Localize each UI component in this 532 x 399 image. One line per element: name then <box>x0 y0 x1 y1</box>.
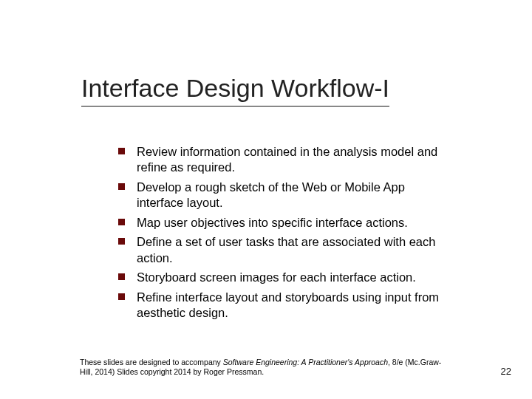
footer-prefix: These slides are designed to accompany <box>80 358 223 366</box>
slide-title: Interface Design Workflow-I <box>81 74 389 107</box>
square-bullet-icon <box>118 219 125 225</box>
list-item: Storyboard screen images for each interf… <box>118 270 443 285</box>
list-item: Review information contained in the anal… <box>118 144 443 176</box>
list-item-text: Develop a rough sketch of the Web or Mob… <box>137 180 443 211</box>
list-item-text: Define a set of user tasks that are asso… <box>137 234 443 266</box>
list-item-text: Storyboard screen images for each interf… <box>137 270 443 285</box>
list-item-text: Review information contained in the anal… <box>137 144 443 176</box>
list-item-text: Refine interface layout and storyboards … <box>137 290 443 321</box>
page-number: 22 <box>501 366 511 377</box>
footer-book-title: Software Engineering: A Practitioner's A… <box>223 358 388 366</box>
footer-citation: These slides are designed to accompany S… <box>80 358 449 377</box>
list-item-text: Map user objectives into specific interf… <box>137 215 443 231</box>
square-bullet-icon <box>118 293 125 300</box>
list-item: Refine interface layout and storyboards … <box>118 290 443 321</box>
slide: Interface Design Workflow-I Review infor… <box>0 0 532 399</box>
bullet-list: Review information contained in the anal… <box>118 144 443 324</box>
square-bullet-icon <box>118 238 125 245</box>
list-item: Define a set of user tasks that are asso… <box>118 234 443 266</box>
list-item: Map user objectives into specific interf… <box>118 215 443 231</box>
square-bullet-icon <box>118 273 125 280</box>
square-bullet-icon <box>118 183 125 190</box>
list-item: Develop a rough sketch of the Web or Mob… <box>118 180 443 211</box>
square-bullet-icon <box>118 148 125 154</box>
